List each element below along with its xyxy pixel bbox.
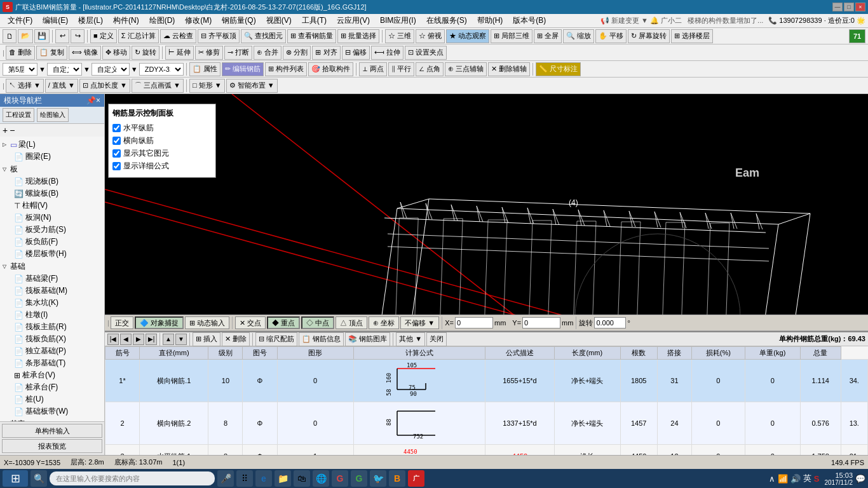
nav-item-ring-beam[interactable]: 📄圈梁(E)	[1, 151, 103, 163]
btn-undo[interactable]: ↩	[55, 29, 69, 43]
nav-header-beam[interactable]: ▷ ▭ 梁(L)	[1, 139, 103, 151]
nav-item-pile[interactable]: 📄桩(U)	[1, 393, 103, 405]
nav-item-column-cap[interactable]: ⊤柱帽(V)	[1, 200, 103, 212]
btn-fullscreen[interactable]: ⊞ 全屏	[534, 29, 562, 43]
btn-property[interactable]: 📋 属性	[189, 62, 220, 76]
check-other-elements[interactable]: 显示其它图元	[112, 148, 212, 159]
btn-copy[interactable]: 📋 复制	[36, 46, 67, 60]
taskbar-icon-ie[interactable]: e	[255, 470, 272, 487]
btn-no-offset[interactable]: 不偏移 ▼	[400, 316, 439, 329]
btn-delete[interactable]: 🗑 删除	[6, 46, 35, 60]
btn-component-list[interactable]: ⊞ 构件列表	[265, 62, 307, 76]
btn-three-axis[interactable]: ⊕ 三点辅轴	[445, 62, 487, 76]
cb-horizontal-long[interactable]	[112, 124, 121, 132]
btn-orthogonal[interactable]: 正交	[111, 316, 133, 329]
btn-offset[interactable]: ⊟ 偏移	[342, 46, 370, 60]
btn-arc[interactable]: ⌒ 三点画弧 ▼	[132, 79, 184, 93]
btn-parallel[interactable]: ∥ 平行	[388, 62, 414, 76]
nav-item-sump[interactable]: 📄集水坑(K)	[1, 297, 103, 309]
btn-select-floor[interactable]: ⊞ 选择楼层	[671, 29, 713, 43]
btn-define[interactable]: ■ 定义	[90, 29, 117, 43]
btn-rebar-library[interactable]: 📚 钢筋图库	[345, 332, 390, 346]
btn-delete-axis[interactable]: ✕ 删除辅轴	[488, 62, 530, 76]
btn-mirror[interactable]: ⟺ 镜像	[69, 46, 101, 60]
minimize-btn[interactable]: —	[832, 3, 843, 11]
btn-redo[interactable]: ↪	[71, 29, 85, 43]
btn-nav-down[interactable]: ▼	[175, 334, 187, 345]
nav-item-floor-band[interactable]: 📄楼层板带(H)	[1, 248, 103, 260]
menu-cloud[interactable]: 云应用(V)	[332, 14, 375, 27]
btn-nav-last[interactable]: ▶|	[146, 334, 157, 345]
nav-item-cast-slab[interactable]: 📄现浇板(B)	[1, 175, 103, 187]
nav-item-raft[interactable]: 📄筏板基础(M)	[1, 285, 103, 297]
btn-point-extend[interactable]: ⊡ 点加长度 ▼	[79, 79, 130, 93]
menu-draw[interactable]: 绘图(D)	[144, 14, 180, 27]
nav-item-pile-cap2[interactable]: 📄桩承台(F)	[1, 381, 103, 393]
menu-rebar-qty[interactable]: 钢筋量(Q)	[217, 14, 261, 27]
menu-bim[interactable]: BIM应用(I)	[375, 14, 421, 27]
nav-item-slab-force[interactable]: 📄板受力筋(S)	[1, 224, 103, 236]
btn-pan[interactable]: ✋ 平移	[595, 29, 627, 43]
tray-notification-icon[interactable]: 💬	[855, 474, 865, 484]
btn-batch-select[interactable]: ⊞ 批量选择	[337, 29, 379, 43]
btn-view-steel[interactable]: ⊞ 查看钢筋量	[287, 29, 336, 43]
cb-other-elements[interactable]	[112, 149, 121, 158]
table-row[interactable]: 2 横向钢筋.2 8 Φ 0 752 88	[105, 402, 868, 445]
btn-two-points[interactable]: ⊥ 两点	[359, 62, 387, 76]
btn-top-view[interactable]: ☆ 俯视	[416, 29, 445, 43]
btn-3d[interactable]: ☆ 三维	[385, 29, 414, 43]
taskbar-icon-gldj[interactable]: 广	[408, 470, 424, 487]
btn-scale-layout[interactable]: ⊟ 缩尺配筋	[255, 332, 297, 346]
menu-modify[interactable]: 修改(M)	[180, 14, 217, 27]
btn-dynamic-obs[interactable]: ★ 动态观察	[446, 29, 489, 43]
tray-brand-icon[interactable]: S	[814, 474, 820, 484]
check-horizontal-long[interactable]: 水平纵筋	[112, 123, 212, 133]
btn-stretch[interactable]: ⟻ 拉伸	[371, 46, 403, 60]
nav-header-slab[interactable]: ▽ 板	[1, 163, 103, 175]
tray-network-icon[interactable]: 📶	[778, 474, 788, 484]
btn-table-delete[interactable]: ✕ 删除	[222, 332, 250, 346]
taskbar-icon-search[interactable]: 🔍	[31, 470, 47, 487]
table-scroll[interactable]: 筋号 直径(mm) 级别 图号 图形 计算公式 公式描述 长度(mm) 根数 搭…	[105, 346, 868, 455]
taskbar-icon-edge[interactable]: 🌐	[313, 470, 329, 487]
btn-other-table[interactable]: 其他 ▼	[396, 332, 425, 346]
taskbar-icon-gplus[interactable]: G	[332, 470, 348, 487]
nav-item-column-stub[interactable]: 📄柱墩(I)	[1, 309, 103, 321]
btn-calc[interactable]: Σ 汇总计算	[118, 29, 159, 43]
nav-item-strip-found[interactable]: 📄条形基础(T)	[1, 357, 103, 369]
menu-component[interactable]: 构件(N)	[108, 14, 144, 27]
btn-nav-prev[interactable]: ◀	[120, 334, 132, 345]
nav-header-foundation[interactable]: ▽ 基础	[1, 261, 103, 273]
menu-online[interactable]: 在线服务(S)	[421, 14, 472, 27]
btn-rotate[interactable]: ↻ 旋转	[132, 46, 159, 60]
taskbar-icon-green[interactable]: G	[351, 470, 367, 487]
taskbar-icon-mic[interactable]: 🎤	[217, 470, 234, 487]
cb-lateral-long[interactable]	[112, 137, 121, 145]
taskbar-icon-apps[interactable]: ⠿	[236, 470, 253, 487]
nav-item-isolated-found[interactable]: 📄独立基础(P)	[1, 345, 103, 357]
menu-help[interactable]: 帮助(H)	[472, 14, 508, 27]
btn-dim[interactable]: 📏 尺寸标注	[536, 62, 581, 76]
btn-split[interactable]: ⊗ 分割	[283, 46, 311, 60]
nav-item-raft-neg[interactable]: 📄筏板负筋(X)	[1, 333, 103, 345]
btn-nav-next[interactable]: ▶	[133, 334, 144, 345]
menu-floor[interactable]: 楼层(L)	[73, 14, 108, 27]
nav-item-found-beam[interactable]: 📄基础梁(F)	[1, 273, 103, 285]
cb-detail-formula[interactable]	[112, 162, 121, 170]
btn-new[interactable]: 🗋	[3, 29, 17, 43]
custom-select[interactable]: 自定义	[47, 63, 82, 76]
btn-insert[interactable]: ⊞ 插入	[193, 332, 220, 346]
btn-angle-point[interactable]: ∠ 点角	[416, 62, 444, 76]
btn-center-snap[interactable]: ◇ 中点	[301, 316, 334, 329]
taskbar-icon-bird[interactable]: 🐦	[370, 470, 386, 487]
btn-object-snap[interactable]: 🔷 对象捕捉	[135, 316, 184, 329]
btn-extend[interactable]: ⊢ 延伸	[165, 46, 194, 60]
check-lateral-long[interactable]: 横向纵筋	[112, 135, 212, 146]
nav-item-raft-main[interactable]: 📄筏板主筋(R)	[1, 321, 103, 333]
window-controls[interactable]: — □ ×	[832, 3, 865, 11]
btn-find[interactable]: 🔍 查找图元	[241, 29, 286, 43]
menu-version[interactable]: 版本号(B)	[508, 14, 551, 27]
close-btn[interactable]: ×	[855, 3, 865, 11]
btn-single-component[interactable]: 单构件输入	[2, 424, 102, 438]
menu-edit[interactable]: 编辑(E)	[37, 14, 73, 27]
